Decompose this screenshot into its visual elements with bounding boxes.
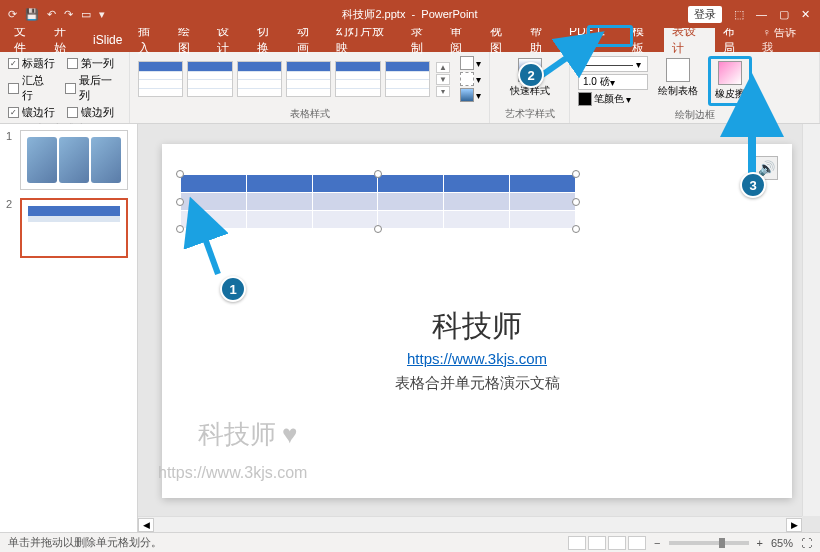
- shading-button[interactable]: ▾: [460, 56, 481, 70]
- start-slideshow-icon[interactable]: ▭: [81, 8, 91, 21]
- group-label: 表格样式: [138, 105, 481, 121]
- pen-color-button[interactable]: 笔颜色 ▾: [578, 92, 648, 106]
- borders-button[interactable]: ▾: [460, 72, 481, 86]
- slide-number: 1: [6, 130, 16, 190]
- draw-table-icon: [666, 58, 690, 82]
- checkbox-banded-row[interactable]: ✓镶边行: [8, 105, 55, 120]
- save-icon[interactable]: 💾: [25, 8, 39, 21]
- table-style-thumb[interactable]: [187, 61, 232, 97]
- vertical-scrollbar[interactable]: [802, 124, 820, 516]
- zoom-slider[interactable]: [669, 541, 749, 545]
- redo-icon[interactable]: ↷: [64, 8, 73, 21]
- resize-handle[interactable]: [176, 170, 184, 178]
- table-style-thumb[interactable]: [286, 61, 331, 97]
- eraser-button[interactable]: 橡皮擦: [708, 56, 752, 106]
- resize-handle[interactable]: [374, 170, 382, 178]
- quick-access-toolbar: ⟳ 💾 ↶ ↷ ▭ ▾: [0, 8, 105, 21]
- ribbon-tabs: 文件 开始 iSlide 插入 绘图 设计 切换 动画 幻灯片放映 录制 审阅 …: [0, 28, 820, 52]
- minimize-icon[interactable]: —: [756, 8, 767, 20]
- checkbox-banded-col[interactable]: 镶边列: [67, 105, 114, 120]
- zoom-out-icon[interactable]: −: [654, 537, 660, 549]
- ribbon-display-icon[interactable]: ⬚: [734, 8, 744, 21]
- view-buttons[interactable]: [568, 536, 646, 550]
- title-bar: ⟳ 💾 ↶ ↷ ▭ ▾ 科技师2.pptx - PowerPoint 登录 ⬚ …: [0, 0, 820, 28]
- group-label: 绘制边框: [578, 106, 811, 122]
- svg-line-1: [198, 219, 218, 274]
- effects-button[interactable]: ▾: [460, 88, 481, 102]
- table-style-gallery[interactable]: ▲▼▾ ▾ ▾ ▾: [138, 56, 481, 102]
- window-title: 科技师2.pptx - PowerPoint: [342, 7, 477, 22]
- status-bar: 单击并拖动以删除单元格划分。 − + 65% ⛶: [0, 532, 820, 552]
- slide-link[interactable]: https://www.3kjs.com: [162, 350, 792, 367]
- checkbox-last-col[interactable]: 最后一列: [65, 73, 121, 103]
- annotation-arrow-1: [188, 214, 228, 288]
- tab-islide[interactable]: iSlide: [85, 29, 130, 51]
- annotation-callout-2: 2: [518, 62, 544, 88]
- maximize-icon[interactable]: ▢: [779, 8, 789, 21]
- slide-thumbnails-panel: 1 2: [0, 124, 138, 532]
- table-style-thumb[interactable]: [335, 61, 380, 97]
- slide-number: 2: [6, 198, 16, 258]
- checkbox-first-col[interactable]: 第一列: [67, 56, 114, 71]
- fit-to-window-icon[interactable]: ⛶: [801, 537, 812, 549]
- gallery-scroll[interactable]: ▲▼▾: [436, 62, 450, 97]
- table-object[interactable]: [180, 174, 576, 229]
- heart-icon: ♥: [282, 419, 297, 450]
- table-style-thumb[interactable]: [138, 61, 183, 97]
- zoom-in-icon[interactable]: +: [757, 537, 763, 549]
- ribbon: ✓标题行 第一列 汇总行 最后一列 ✓镶边行 镶边列 表格样式选项 ▲▼▾ ▾: [0, 52, 820, 124]
- undo-icon[interactable]: ↶: [47, 8, 56, 21]
- scroll-right-icon[interactable]: ▶: [786, 518, 802, 532]
- group-style-options: ✓标题行 第一列 汇总行 最后一列 ✓镶边行 镶边列 表格样式选项: [0, 52, 130, 123]
- slide-thumb-1[interactable]: 1: [6, 130, 131, 190]
- resize-handle[interactable]: [572, 225, 580, 233]
- group-table-styles: ▲▼▾ ▾ ▾ ▾ 表格样式: [130, 52, 490, 123]
- slide-thumb-2[interactable]: 2: [6, 198, 131, 258]
- watermark-text: 科技师♥: [198, 417, 297, 452]
- slide-subtitle-text: 表格合并单元格演示文稿: [162, 374, 792, 393]
- watermark-url: https://www.3kjs.com: [158, 464, 307, 482]
- annotation-callout-1: 1: [220, 276, 246, 302]
- resize-handle[interactable]: [374, 225, 382, 233]
- content-area: 1 2 🔊: [0, 124, 820, 532]
- close-icon[interactable]: ✕: [801, 8, 810, 21]
- slide-title-text: 科技师: [162, 306, 792, 347]
- autosave-icon[interactable]: ⟳: [8, 8, 17, 21]
- slide-editor[interactable]: 🔊 科技师 https://www.3kjs.com 表格合并单元格演示文稿: [138, 124, 820, 532]
- status-hint: 单击并拖动以删除单元格划分。: [8, 535, 162, 550]
- login-button[interactable]: 登录: [688, 6, 722, 23]
- checkbox-total-row[interactable]: 汇总行: [8, 73, 53, 103]
- draw-table-button[interactable]: 绘制表格: [654, 56, 702, 100]
- qat-more-icon[interactable]: ▾: [99, 8, 105, 21]
- group-label: 艺术字样式: [498, 105, 561, 121]
- annotation-callout-3: 3: [740, 172, 766, 198]
- resize-handle[interactable]: [572, 170, 580, 178]
- table-style-thumb[interactable]: [237, 61, 282, 97]
- resize-handle[interactable]: [572, 198, 580, 206]
- zoom-level[interactable]: 65%: [771, 537, 793, 549]
- resize-handle[interactable]: [176, 198, 184, 206]
- scroll-left-icon[interactable]: ◀: [138, 518, 154, 532]
- checkbox-header-row[interactable]: ✓标题行: [8, 56, 55, 71]
- table-style-thumb[interactable]: [385, 61, 430, 97]
- horizontal-scrollbar[interactable]: ◀ ▶: [138, 516, 802, 532]
- eraser-icon: [718, 61, 742, 85]
- group-draw-borders: ————— ▾ 1.0 磅 ▾ 笔颜色 ▾ 绘制表格 橡皮擦 绘制边框 ˄: [570, 52, 820, 123]
- resize-handle[interactable]: [176, 225, 184, 233]
